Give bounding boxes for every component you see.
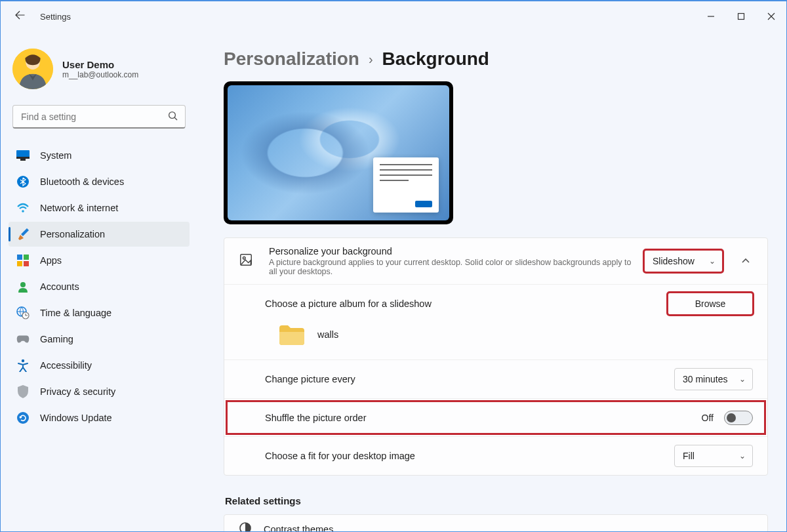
nav-label: Gaming (40, 334, 73, 344)
window-close-button[interactable] (756, 6, 786, 27)
dropdown-value: 30 minutes (683, 374, 727, 384)
browse-button[interactable]: Browse (668, 293, 753, 315)
chevron-down-icon: ⌄ (739, 375, 746, 384)
personalize-background-row: Personalize your background A picture ba… (224, 238, 767, 284)
svg-point-8 (22, 210, 24, 213)
system-icon (16, 149, 30, 162)
row-title: Shuffle the picture order (239, 413, 702, 423)
chevron-right-icon: › (369, 52, 373, 67)
interval-dropdown[interactable]: 30 minutes ⌄ (674, 368, 753, 390)
breadcrumb-parent[interactable]: Personalization (224, 49, 359, 70)
toggle-state-label: Off (702, 413, 714, 423)
nav-accounts[interactable]: Accounts (9, 274, 190, 299)
nav-label: Windows Update (40, 413, 112, 423)
background-settings-card: Personalize your background A picture ba… (224, 237, 768, 476)
sidebar: User Demo m__lab@outlook.com System (1, 31, 197, 531)
dropdown-value: Fill (683, 451, 695, 461)
paintbrush-icon (16, 228, 30, 241)
folder-name: walls (317, 329, 338, 340)
svg-point-19 (243, 256, 245, 259)
contrast-themes-row[interactable]: Contrast themes (224, 515, 767, 531)
desktop-preview (224, 81, 453, 224)
svg-rect-6 (20, 159, 26, 161)
wifi-icon (16, 201, 30, 215)
shield-icon (16, 385, 30, 398)
svg-point-16 (22, 359, 24, 362)
nav-label: Accounts (40, 281, 79, 292)
search-box (12, 105, 186, 129)
nav-list: System Bluetooth & devices Network & int… (9, 143, 190, 430)
svg-rect-0 (738, 14, 744, 20)
svg-rect-12 (24, 261, 29, 266)
folder-icon (278, 324, 304, 345)
row-title: Change picture every (239, 374, 674, 384)
breadcrumb: Personalization › Background (224, 49, 768, 70)
user-name: User Demo (62, 59, 138, 70)
background-type-dropdown[interactable]: Slideshow ⌄ (644, 250, 723, 272)
picture-icon (239, 253, 257, 270)
row-title: Choose a picture album for a slideshow (239, 298, 668, 309)
apps-icon (16, 254, 30, 267)
settings-window: Settings (0, 0, 787, 532)
window-minimize-button[interactable] (696, 6, 726, 27)
nav-apps[interactable]: Apps (9, 248, 190, 273)
fit-dropdown[interactable]: Fill ⌄ (674, 445, 753, 467)
bluetooth-icon (16, 175, 30, 188)
svg-rect-9 (17, 255, 22, 260)
chevron-down-icon: ⌄ (709, 256, 716, 266)
back-button[interactable] (14, 9, 26, 24)
nav-privacy[interactable]: Privacy & security (9, 379, 190, 404)
related-settings-heading: Related settings (225, 495, 768, 506)
nav-label: Bluetooth & devices (40, 176, 124, 187)
nav-time-language[interactable]: Time & language (9, 300, 190, 325)
svg-point-13 (20, 282, 26, 287)
shuffle-row: Shuffle the picture order Off (224, 398, 767, 436)
titlebar: Settings (1, 1, 786, 31)
row-title: Choose a fit for your desktop image (239, 451, 674, 461)
row-title: Contrast themes (264, 524, 333, 531)
nav-label: Apps (40, 255, 62, 266)
nav-network[interactable]: Network & internet (9, 195, 190, 220)
collapse-section-button[interactable] (738, 254, 753, 268)
interval-row: Change picture every 30 minutes ⌄ (224, 359, 767, 398)
user-email: m__lab@outlook.com (62, 70, 138, 79)
search-input[interactable] (12, 105, 186, 129)
person-icon (16, 280, 30, 293)
nav-system[interactable]: System (9, 143, 190, 168)
gamepad-icon (16, 333, 30, 346)
row-title: Personalize your background (269, 246, 636, 256)
svg-point-3 (169, 112, 176, 119)
nav-label: Time & language (40, 308, 111, 318)
fit-row: Choose a fit for your desktop image Fill… (224, 436, 767, 475)
row-desc: A picture background applies to your cur… (269, 258, 636, 276)
svg-rect-5 (16, 157, 30, 159)
svg-point-17 (17, 412, 29, 424)
nav-accessibility[interactable]: Accessibility (9, 353, 190, 378)
user-profile[interactable]: User Demo m__lab@outlook.com (9, 43, 190, 98)
related-settings-card: Contrast themes (224, 514, 768, 531)
nav-label: Accessibility (40, 360, 92, 371)
search-icon (167, 110, 179, 125)
chevron-down-icon: ⌄ (739, 451, 746, 460)
nav-label: Personalization (40, 229, 105, 239)
album-row: Choose a picture album for a slideshow B… (224, 284, 767, 359)
contrast-icon (239, 522, 252, 531)
nav-bluetooth[interactable]: Bluetooth & devices (9, 169, 190, 194)
avatar (12, 49, 53, 89)
globe-clock-icon (16, 306, 30, 319)
nav-personalization[interactable]: Personalization (9, 222, 190, 247)
nav-gaming[interactable]: Gaming (9, 327, 190, 352)
nav-windows-update[interactable]: Windows Update (9, 405, 190, 430)
svg-rect-11 (17, 261, 22, 266)
update-icon (16, 411, 30, 424)
main-content: Personalization › Background (197, 31, 786, 531)
nav-label: Network & internet (40, 203, 118, 213)
dropdown-value: Slideshow (653, 256, 695, 266)
nav-label: System (40, 150, 71, 161)
breadcrumb-current: Background (382, 49, 489, 70)
svg-rect-10 (24, 255, 29, 260)
window-maximize-button[interactable] (726, 6, 756, 27)
shuffle-toggle[interactable] (724, 411, 753, 425)
accessibility-icon (16, 359, 30, 372)
nav-label: Privacy & security (40, 386, 115, 397)
